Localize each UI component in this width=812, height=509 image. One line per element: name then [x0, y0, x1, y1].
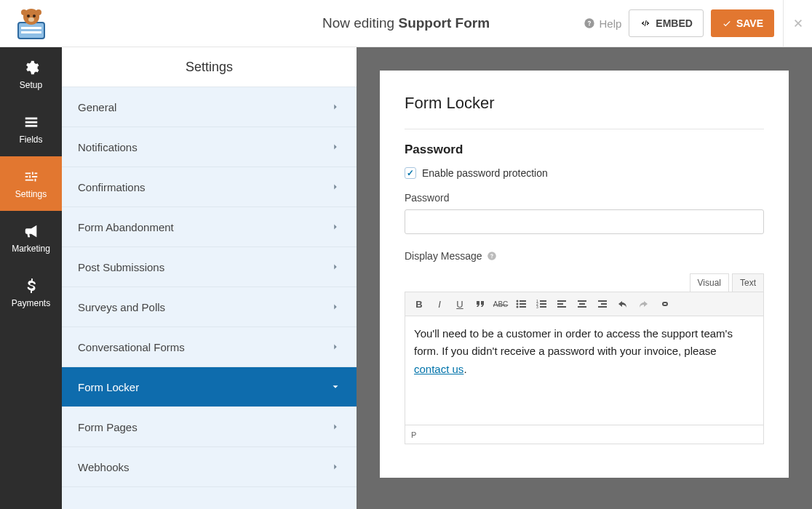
chevron-right-icon [330, 182, 341, 192]
leftnav-item-marketing[interactable]: Marketing [0, 211, 62, 265]
settings-item-label: Form Abandonment [78, 221, 174, 233]
form-name: Support Form [398, 15, 490, 31]
editor-tabs: Visual Text [405, 273, 764, 292]
chevron-down-icon [330, 382, 341, 392]
list-icon [23, 114, 39, 130]
code-icon [640, 17, 651, 29]
settings-item-label: Post Submissions [78, 261, 164, 273]
help-icon[interactable] [487, 251, 497, 261]
svg-rect-15 [520, 306, 526, 308]
leftnav-label: Setup [20, 80, 42, 90]
leftnav-label: Fields [19, 135, 42, 145]
underline-button[interactable]: U [450, 294, 469, 313]
svg-rect-17 [540, 300, 546, 302]
svg-rect-27 [578, 306, 586, 308]
close-icon [791, 16, 805, 31]
blockquote-button[interactable] [471, 294, 490, 313]
settings-item-general[interactable]: General [62, 87, 357, 127]
svg-rect-28 [598, 300, 607, 302]
settings-item-label: Notifications [78, 141, 138, 153]
svg-point-7 [28, 17, 34, 22]
align-center-button[interactable] [573, 294, 592, 313]
panel-title: Form Locker [405, 94, 764, 113]
help-link[interactable]: Help [584, 17, 621, 30]
settings-item-label: Surveys and Polls [78, 301, 165, 313]
svg-rect-19 [540, 303, 546, 305]
status-path: P [411, 430, 416, 439]
settings-item-label: Conversational Forms [78, 341, 185, 353]
preview-area: Form Locker Password ✓ Enable password p… [357, 47, 812, 509]
settings-item-label: Form Pages [78, 421, 138, 433]
editing-prefix: Now editing [322, 15, 399, 31]
gear-icon [23, 60, 39, 76]
settings-item-label: Confirmations [78, 181, 146, 193]
message-text: You'll need to be a customer in order to… [414, 327, 733, 357]
embed-button[interactable]: EMBED [629, 9, 704, 37]
divider [405, 129, 764, 129]
password-label: Password [405, 192, 764, 204]
settings-list: GeneralNotificationsConfirmationsForm Ab… [62, 87, 357, 509]
settings-item-label: Webhooks [78, 461, 130, 473]
message-editor[interactable]: You'll need to be a customer in order to… [405, 316, 764, 425]
display-message-label-text: Display Message [405, 250, 482, 262]
form-locker-panel: Form Locker Password ✓ Enable password p… [380, 71, 789, 478]
chevron-right-icon [330, 102, 341, 112]
chevron-right-icon [330, 302, 341, 312]
svg-point-6 [33, 15, 36, 17]
help-label: Help [599, 17, 621, 30]
dollar-icon [23, 278, 39, 294]
tab-text[interactable]: Text [732, 273, 764, 292]
chevron-right-icon [330, 422, 341, 432]
svg-rect-21 [540, 306, 546, 308]
close-button[interactable] [783, 0, 812, 47]
chevron-right-icon [330, 142, 341, 152]
numbered-list-button[interactable]: 123 [532, 294, 551, 313]
settings-item-surveys-and-polls[interactable]: Surveys and Polls [62, 287, 357, 327]
bold-button[interactable]: B [410, 294, 429, 313]
settings-item-webhooks[interactable]: Webhooks [62, 447, 357, 487]
bullet-list-button[interactable] [512, 294, 530, 313]
leftnav-item-payments[interactable]: Payments [0, 265, 62, 320]
settings-item-notifications[interactable]: Notifications [62, 127, 357, 167]
align-left-button[interactable] [552, 294, 571, 313]
chevron-right-icon [330, 262, 341, 272]
svg-rect-26 [579, 303, 585, 305]
svg-rect-23 [557, 303, 563, 305]
svg-text:3: 3 [536, 305, 538, 309]
bullhorn-icon [23, 223, 39, 239]
svg-rect-29 [601, 303, 607, 305]
sliders-icon [23, 169, 39, 185]
settings-item-confirmations[interactable]: Confirmations [62, 167, 357, 207]
settings-item-post-submissions[interactable]: Post Submissions [62, 247, 357, 287]
leftnav-label: Settings [15, 189, 47, 199]
link-button[interactable] [654, 294, 673, 313]
message-text-tail: . [463, 363, 466, 375]
contact-us-link[interactable]: contact us [414, 363, 463, 375]
strike-button[interactable]: ABC [491, 294, 510, 313]
svg-point-5 [27, 15, 30, 17]
settings-item-form-locker[interactable]: Form Locker [62, 367, 357, 407]
settings-item-form-pages[interactable]: Form Pages [62, 407, 357, 447]
editor-toolbar: B I U ABC 123 [405, 292, 764, 316]
settings-item-form-abandonment[interactable]: Form Abandonment [62, 207, 357, 247]
undo-button[interactable] [613, 294, 632, 313]
password-input[interactable] [405, 209, 764, 234]
leftnav-item-fields[interactable]: Fields [0, 102, 62, 156]
leftnav-item-setup[interactable]: Setup [0, 47, 62, 102]
settings-item-conversational-forms[interactable]: Conversational Forms [62, 327, 357, 367]
align-right-button[interactable] [593, 294, 612, 313]
save-button[interactable]: SAVE [711, 9, 774, 37]
italic-button[interactable]: I [430, 294, 449, 313]
chevron-right-icon [330, 462, 341, 472]
svg-point-10 [517, 300, 519, 302]
embed-label: EMBED [656, 17, 693, 29]
leftnav-item-settings[interactable]: Settings [0, 156, 62, 211]
tab-visual[interactable]: Visual [690, 273, 729, 292]
svg-rect-30 [598, 306, 607, 308]
chevron-right-icon [330, 342, 341, 352]
app-logo [0, 0, 62, 47]
enable-password-checkbox[interactable]: ✓ Enable password protection [405, 167, 764, 179]
svg-rect-24 [557, 306, 566, 308]
redo-button[interactable] [634, 294, 653, 313]
svg-rect-11 [520, 300, 526, 302]
